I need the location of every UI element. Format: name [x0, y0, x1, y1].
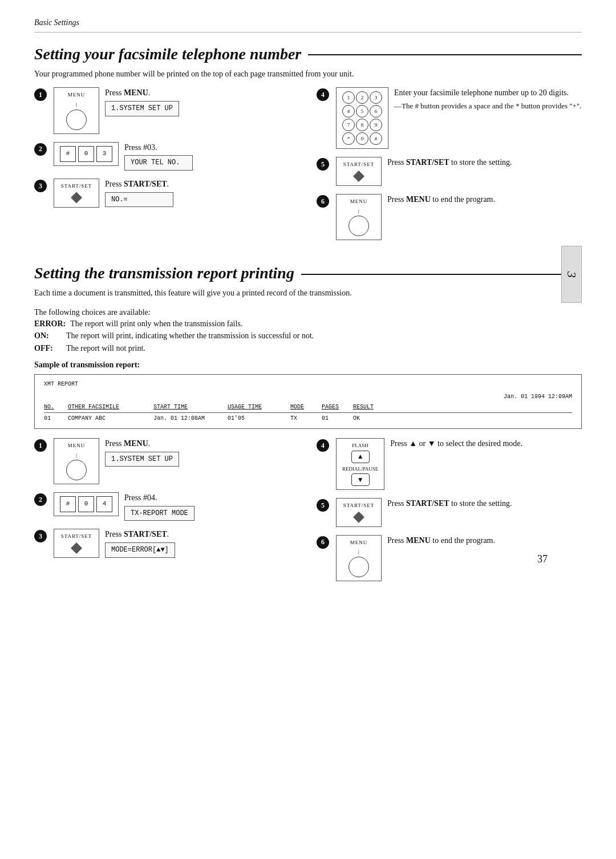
- step-row: 2 # 0 4 Press #04. TX-REPORT MODE: [34, 492, 299, 521]
- choices-intro: The following choices are available:: [34, 307, 582, 318]
- key-combo-box: # 0 3: [54, 142, 119, 166]
- menu-button-box: MENU |: [54, 438, 99, 484]
- step-row: 5 START/SET Press START/SET to store the…: [317, 157, 582, 186]
- lcd-display: 1.SYSTEM SET UP: [105, 101, 179, 116]
- step-number: 5: [317, 158, 329, 171]
- step-number: 6: [317, 536, 329, 549]
- col-fax: OTHER FACSIMILE: [68, 403, 142, 411]
- step-number: 6: [317, 195, 329, 208]
- flash-section: FLASH ▲: [351, 442, 370, 463]
- col-start: START TIME: [153, 403, 216, 411]
- step-instruction: Press START/SET.: [105, 529, 175, 540]
- zero-key: 0: [78, 496, 94, 512]
- numpad: 1 2 3 4 5 6 7 8 9 * 0 #: [342, 91, 382, 145]
- page-number: 37: [537, 552, 548, 566]
- step-text: Press MENU to end the program.: [387, 535, 495, 546]
- step-instruction: Press MENU to end the program.: [387, 535, 495, 546]
- report-title: XMT REPORT: [44, 380, 572, 388]
- step-text: Press START/SET. MODE=ERROR[▲▼]: [105, 529, 175, 557]
- col-result: RESULT: [353, 403, 382, 411]
- step-row: 3 START/SET Press START/SET. NO.=: [34, 179, 299, 208]
- lcd-display: TX-REPORT MODE: [124, 506, 194, 521]
- step-instruction: Press START/SET to store the setting.: [387, 498, 512, 509]
- step-text: Enter your facsimile telephone number up…: [394, 87, 581, 111]
- menu-button-box: MENU |: [336, 194, 382, 240]
- lcd-display: 1.SYSTEM SET UP: [105, 452, 179, 467]
- up-arrow-btn: ▲: [351, 451, 370, 463]
- section2-intro: Each time a document is transmitted, thi…: [34, 287, 582, 299]
- step-number: 2: [34, 493, 47, 506]
- step-text: Press MENU. 1.SYSTEM SET UP: [105, 438, 179, 467]
- cell-pages: 01: [322, 415, 342, 423]
- choice-key: ERROR:: [34, 318, 66, 330]
- section1-intro: Your programmed phone number will be pri…: [34, 68, 582, 80]
- lcd-display: MODE=ERROR[▲▼]: [105, 542, 175, 558]
- menu-label: MENU: [350, 539, 368, 546]
- step-instruction: Enter your facsimile telephone number up…: [394, 87, 581, 99]
- startset-label: START/SET: [343, 502, 375, 509]
- breadcrumb: Basic Settings: [34, 17, 582, 33]
- cell-result: OK: [353, 415, 382, 423]
- key-8: 8: [356, 119, 368, 131]
- step-content: MENU | Press MENU to end the program.: [336, 535, 495, 581]
- step-text: Press MENU. 1.SYSTEM SET UP: [105, 87, 179, 116]
- step-text: Press #03. YOUR TEL NO.: [124, 142, 193, 171]
- step-row: 5 START/SET Press START/SET to store the…: [317, 498, 582, 527]
- step-text: Press START/SET to store the setting.: [387, 498, 512, 509]
- section2-left-steps: 1 MENU | Press MENU. 1.SYSTEM SET UP: [34, 438, 299, 589]
- step-number: 1: [34, 439, 47, 452]
- step-row: 3 START/SET Press START/SET. MODE=ERROR[…: [34, 529, 299, 558]
- menu-label: MENU: [350, 198, 368, 205]
- step-content: # 0 4 Press #04. TX-REPORT MODE: [54, 492, 194, 521]
- pipe-line: |: [76, 101, 77, 108]
- report-box: XMT REPORT Jan. 01 1994 12:09AM NO. OTHE…: [34, 374, 582, 429]
- step-content: MENU | Press MENU. 1.SYSTEM SET UP: [54, 87, 179, 133]
- report-row: 01 COMPANY ABC Jan. 01 12:08AM 01'05 TX …: [44, 415, 572, 423]
- report-header: NO. OTHER FACSIMILE START TIME USAGE TIM…: [44, 403, 572, 413]
- cell-usage: 01'05: [228, 415, 279, 423]
- choice-error: ERROR: The report will print only when t…: [34, 318, 582, 330]
- cell-fax: COMPANY ABC: [68, 415, 142, 423]
- menu-label: MENU: [68, 442, 86, 449]
- startset-label: START/SET: [61, 183, 92, 190]
- lcd-display: NO.=: [105, 192, 173, 208]
- step-instruction: Press START/SET to store the setting.: [387, 157, 512, 168]
- pipe-line: |: [76, 452, 77, 459]
- diamond-icon: [353, 512, 364, 523]
- step-number: 1: [34, 88, 47, 101]
- startset-label: START/SET: [343, 161, 375, 168]
- startset-button-box: START/SET: [54, 179, 99, 208]
- step-text: Press #04. TX-REPORT MODE: [124, 492, 194, 521]
- section2-steps: 1 MENU | Press MENU. 1.SYSTEM SET UP: [34, 438, 582, 589]
- diamond-icon: [71, 192, 82, 204]
- choice-on: ON: The report will print, indicating wh…: [34, 330, 582, 342]
- section1-steps: 1 MENU | Press MENU. 1.SYSTEM SET UP 2: [34, 87, 582, 248]
- step-instruction: Press ▲ or ▼ to select the desired mode.: [390, 438, 522, 449]
- section1-left-steps: 1 MENU | Press MENU. 1.SYSTEM SET UP 2: [34, 87, 299, 248]
- step-text: Press START/SET. NO.=: [105, 179, 173, 207]
- col-usage: USAGE TIME: [228, 403, 279, 411]
- section1-right-steps: 4 1 2 3 4 5 6 7 8 9 *: [317, 87, 582, 248]
- flash-redial-box: FLASH ▲ REDIAL/PAUSE ▼: [336, 438, 384, 490]
- key-group: # 0 3: [60, 146, 112, 162]
- startset-label: START/SET: [61, 533, 92, 540]
- tab-indicator: 3: [561, 246, 582, 303]
- step-instruction: Press MENU to end the program.: [387, 194, 495, 205]
- menu-circle: [348, 216, 369, 236]
- key-3: 3: [370, 91, 382, 104]
- menu-circle: [348, 557, 369, 577]
- step-number: 5: [317, 499, 329, 512]
- step-content: MENU | Press MENU. 1.SYSTEM SET UP: [54, 438, 179, 484]
- step-row: 1 MENU | Press MENU. 1.SYSTEM SET UP: [34, 87, 299, 133]
- step-row: 1 MENU | Press MENU. 1.SYSTEM SET UP: [34, 438, 299, 484]
- key-6: 6: [370, 105, 382, 117]
- sample-label: Sample of transmission report:: [34, 359, 582, 371]
- step-note: —The # button provides a space and the *…: [394, 101, 581, 111]
- col-mode: MODE: [290, 403, 310, 411]
- step-text: Press ▲ or ▼ to select the desired mode.: [390, 438, 522, 449]
- step-number: 4: [317, 439, 329, 452]
- step-content: START/SET Press START/SET to store the s…: [336, 498, 512, 527]
- step-text: Press START/SET to store the setting.: [387, 157, 512, 168]
- key-7: 7: [342, 119, 355, 131]
- startset-button-box: START/SET: [336, 498, 382, 527]
